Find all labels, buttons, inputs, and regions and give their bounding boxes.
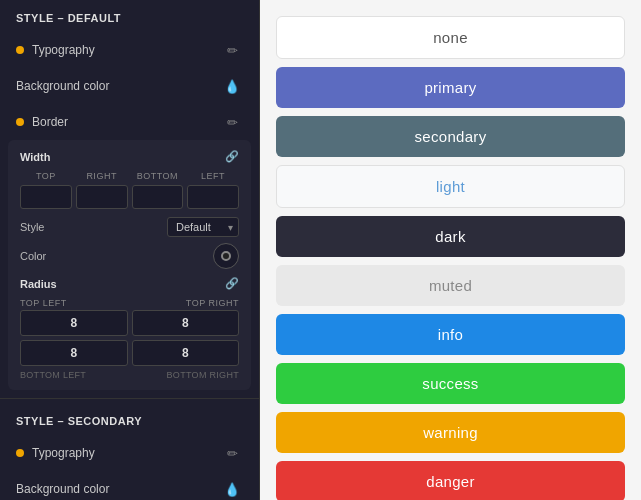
bg-color-secondary-drop-icon[interactable]: 💧 [221, 478, 243, 500]
bg-color-drop-icon[interactable]: 💧 [221, 75, 243, 97]
radius-top-inputs [20, 310, 239, 336]
btn-warning[interactable]: warning [276, 412, 625, 453]
btn-info[interactable]: info [276, 314, 625, 355]
right-label: RIGHT [76, 171, 128, 181]
radius-label: Radius [20, 278, 57, 290]
typography-default-item[interactable]: Typography ✏ [0, 32, 259, 68]
typography-secondary-label: Typography [32, 446, 95, 460]
radius-bottom-inputs [20, 340, 239, 366]
typography-dot [16, 46, 24, 54]
radius-top-left-input[interactable] [20, 310, 128, 336]
color-dot [221, 251, 231, 261]
border-dot [16, 118, 24, 126]
btn-danger[interactable]: danger [276, 461, 625, 500]
border-item[interactable]: Border ✏ [0, 104, 259, 140]
width-label: Width [20, 151, 50, 163]
style-default-header: STYLE – DEFAULT [0, 0, 259, 32]
radius-top-right-input[interactable] [132, 310, 240, 336]
radius-link-icon[interactable]: 🔗 [225, 277, 239, 290]
typography-secondary-item[interactable]: Typography ✏ [0, 435, 259, 471]
border-color-row: Color [20, 243, 239, 269]
border-bottom-input[interactable] [132, 185, 184, 209]
left-label: LEFT [187, 171, 239, 181]
width-link-icon[interactable]: 🔗 [225, 150, 239, 163]
bottom-label: BOTTOM [132, 171, 184, 181]
btn-primary[interactable]: primary [276, 67, 625, 108]
radius-top-labels: TOP LEFT TOP RIGHT [20, 298, 239, 308]
border-top-input[interactable] [20, 185, 72, 209]
btn-secondary[interactable]: secondary [276, 116, 625, 157]
panel-divider [0, 398, 259, 399]
border-style-row: Style Default Solid Dashed Dotted [20, 217, 239, 237]
typography-secondary-dot [16, 449, 24, 457]
border-width-inputs [20, 185, 239, 209]
typography-edit-icon[interactable]: ✏ [221, 39, 243, 61]
style-select-wrapper: Default Solid Dashed Dotted [167, 217, 239, 237]
btn-light[interactable]: light [276, 165, 625, 208]
color-label: Color [20, 250, 46, 262]
radius-bottom-labels: BOTTOM LEFT BOTTOM RIGHT [20, 370, 239, 380]
bottom-right-label: BOTTOM RIGHT [132, 370, 240, 380]
bg-color-default-label: Background color [16, 79, 109, 93]
top-right-label: TOP RIGHT [132, 298, 240, 308]
style-label: Style [20, 221, 44, 233]
border-left-input[interactable] [187, 185, 239, 209]
btn-dark[interactable]: dark [276, 216, 625, 257]
radius-bottom-left-input[interactable] [20, 340, 128, 366]
style-secondary-header: STYLE – SECONDARY [0, 403, 259, 435]
border-col-labels: TOP RIGHT BOTTOM LEFT [20, 171, 239, 181]
btn-none[interactable]: none [276, 16, 625, 59]
right-panel: none primary secondary light dark muted … [260, 0, 641, 500]
radius-bottom-right-input[interactable] [132, 340, 240, 366]
color-picker-btn[interactable] [213, 243, 239, 269]
top-left-label: TOP LEFT [20, 298, 128, 308]
border-edit-icon[interactable]: ✏ [221, 111, 243, 133]
bottom-left-label: BOTTOM LEFT [20, 370, 128, 380]
border-label: Border [32, 115, 68, 129]
typography-default-label: Typography [32, 43, 95, 57]
border-sub-section: Width 🔗 TOP RIGHT BOTTOM LEFT Style Defa… [8, 140, 251, 390]
top-label: TOP [20, 171, 72, 181]
btn-muted[interactable]: muted [276, 265, 625, 306]
left-panel: STYLE – DEFAULT Typography ✏ Background … [0, 0, 260, 500]
bg-color-secondary-item[interactable]: Background color 💧 [0, 471, 259, 500]
btn-success[interactable]: success [276, 363, 625, 404]
bg-color-secondary-label: Background color [16, 482, 109, 496]
bg-color-default-item[interactable]: Background color 💧 [0, 68, 259, 104]
border-right-input[interactable] [76, 185, 128, 209]
typography-secondary-edit-icon[interactable]: ✏ [221, 442, 243, 464]
style-select[interactable]: Default Solid Dashed Dotted [167, 217, 239, 237]
